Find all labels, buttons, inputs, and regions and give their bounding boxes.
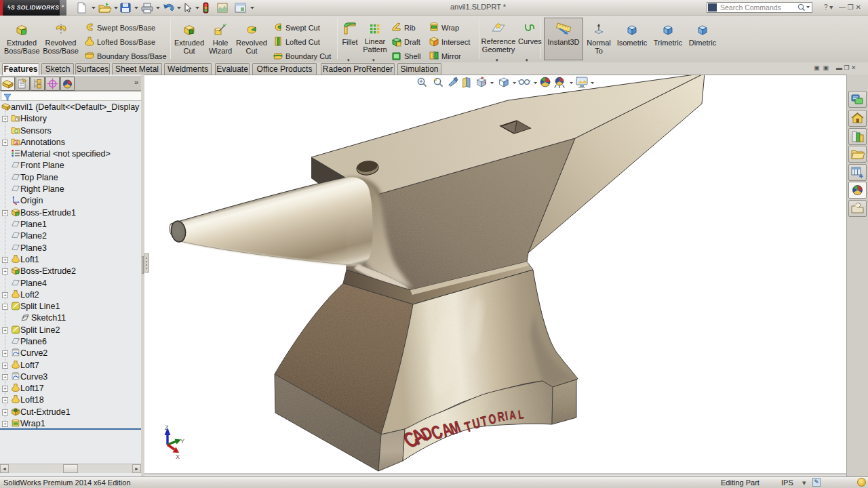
svg-text:Y: Y bbox=[180, 438, 184, 445]
svg-text:Z: Z bbox=[165, 424, 169, 431]
svg-text:X: X bbox=[176, 453, 180, 460]
svg-text:A: A bbox=[15, 141, 18, 145]
